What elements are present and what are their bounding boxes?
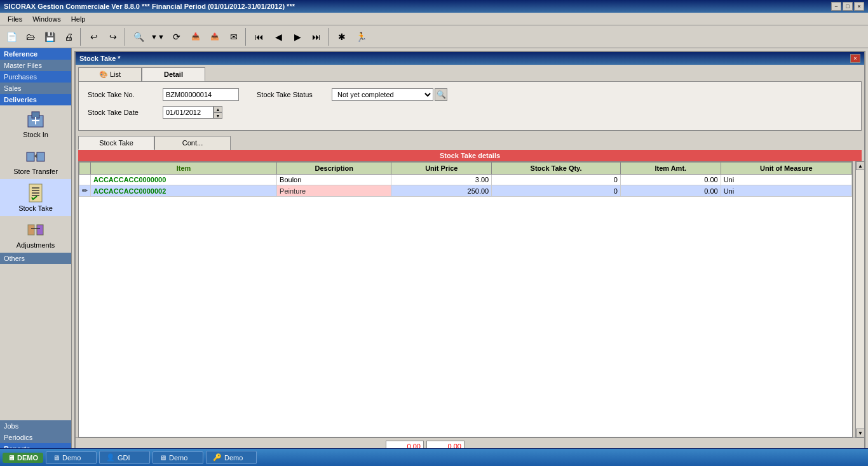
first-button[interactable]: ⏮: [250, 28, 268, 46]
detail-section: Stock Take details: [78, 150, 862, 161]
sidebar-section-deliveries[interactable]: Deliveries: [0, 94, 71, 105]
row2-item: ACCACCACC0000002: [91, 185, 277, 197]
stock-window-close-button[interactable]: ×: [850, 54, 860, 63]
toolbar: 📄 🗁 💾 🖨 ↩ ↪ 🔍 ▼▼ ⟳ 📥 📤 ✉ ⏮ ◀ ▶ ⏭ ✱ 🏃: [0, 25, 868, 48]
minimize-button[interactable]: −: [831, 2, 841, 11]
sidebar-label-stock-in: Stock In: [23, 131, 48, 138]
tab-list[interactable]: 🎨 List: [78, 67, 142, 81]
menu-help[interactable]: Help: [66, 14, 91, 24]
date-spin-down[interactable]: ▼: [214, 112, 222, 119]
export-button[interactable]: 📤: [206, 28, 224, 46]
stock-take-date-input[interactable]: [163, 106, 214, 119]
sub-tab-stock-take[interactable]: Stock Take: [78, 136, 154, 150]
email-button[interactable]: ✉: [225, 28, 243, 46]
stock-take-no-input[interactable]: [163, 88, 239, 101]
prev-button[interactable]: ◀: [269, 28, 287, 46]
col-edit: [79, 163, 91, 175]
date-spin-up[interactable]: ▲: [214, 106, 222, 112]
row2-unit: Uni: [721, 185, 851, 197]
undo-button[interactable]: ↩: [85, 28, 103, 46]
stock-in-icon: [25, 109, 46, 130]
status-select-wrapper: Not yet completed Completed 🔍: [332, 88, 447, 101]
row2-unit-price: 250.00: [391, 185, 492, 197]
row2-description: Peinture: [277, 185, 391, 197]
close-button[interactable]: ×: [854, 2, 864, 11]
next-button[interactable]: ▶: [288, 28, 306, 46]
scroll-track[interactable]: [856, 170, 864, 429]
stock-take-status-select[interactable]: Not yet completed Completed: [332, 88, 433, 101]
redo-button[interactable]: ↪: [104, 28, 122, 46]
table-row[interactable]: ACCACCACC0000000 Boulon 3.00 0 0.00 Uni: [79, 175, 852, 185]
sidebar-section-master-files[interactable]: Master Files: [0, 60, 71, 71]
stock-take-window: Stock Take * × 🎨 List Detail Stock Take …: [74, 51, 865, 463]
title-bar: SICORAX Gestion Commerciale Ver 8.8.0 **…: [0, 0, 868, 13]
row2-edit-icon: ✏: [79, 185, 91, 197]
menu-windows[interactable]: Windows: [27, 14, 66, 24]
sidebar-jobs[interactable]: Jobs: [0, 420, 71, 432]
import-button[interactable]: 📥: [187, 28, 205, 46]
taskbar-item-3[interactable]: 🔑 Demo: [206, 451, 257, 464]
sidebar-item-store-transfer[interactable]: Store Transfer: [0, 142, 71, 179]
content-area: Stock Take * × 🎨 List Detail Stock Take …: [72, 48, 868, 466]
main-layout: Reference Master Files Purchases Sales D…: [0, 48, 868, 466]
col-item: Item: [91, 163, 277, 175]
taskbar-item-0[interactable]: 🖥 Demo: [46, 451, 97, 464]
stock-window-title-bar: Stock Take * ×: [76, 52, 864, 65]
col-item-amt: Item Amt.: [620, 163, 721, 175]
row2-item-amt: 0.00: [620, 185, 721, 197]
maximize-button[interactable]: □: [843, 2, 853, 11]
row1-item-amt: 0.00: [620, 175, 721, 185]
save-button[interactable]: 💾: [41, 28, 58, 46]
menu-bar: Files Windows Help: [0, 13, 868, 25]
col-unit-price: Unit Price: [391, 163, 492, 175]
taskbar-icon-1: 👤: [106, 453, 115, 462]
menu-files[interactable]: Files: [3, 14, 27, 24]
col-unit-of-measure: Unit of Measure: [721, 163, 851, 175]
search-button[interactable]: 🔍: [130, 28, 147, 46]
stock-take-status-label: Stock Take Status: [257, 91, 327, 98]
sidebar-label-store-transfer: Store Transfer: [13, 168, 58, 175]
col-stock-take-qty: Stock Take Qty.: [492, 163, 621, 175]
filter-button[interactable]: ▼▼: [149, 28, 166, 46]
row1-unit-price: 3.00: [391, 175, 492, 185]
taskbar-item-2[interactable]: 🖥 Demo: [153, 451, 203, 464]
last-button[interactable]: ⏭: [308, 28, 325, 46]
sidebar-section-others[interactable]: Others: [0, 253, 71, 264]
main-grid-inner: Item Description Unit Price Stock Take Q…: [76, 161, 864, 437]
svg-rect-12: [37, 225, 43, 235]
sidebar-item-adjustments[interactable]: Adjustments: [0, 216, 71, 253]
main-tabs-bar: 🎨 List Detail: [76, 65, 864, 81]
tab-detail[interactable]: Detail: [142, 67, 205, 81]
sidebar-item-stock-in[interactable]: Stock In: [0, 105, 71, 142]
sidebar-section-sales[interactable]: Sales: [0, 83, 71, 94]
row1-unit: Uni: [721, 175, 851, 185]
adjustments-icon: [25, 220, 46, 240]
vertical-scrollbar[interactable]: ▲ ▼: [855, 161, 864, 437]
sidebar-section-purchases[interactable]: Purchases: [0, 71, 71, 83]
sub-tab-cont[interactable]: Cont...: [154, 136, 231, 150]
open-button[interactable]: 🗁: [22, 28, 39, 46]
app-title: SICORAX Gestion Commerciale Ver 8.8.0 **…: [4, 3, 295, 10]
scroll-down-button[interactable]: ▼: [856, 429, 864, 437]
sidebar-label-adjustments: Adjustments: [17, 241, 55, 249]
table-row[interactable]: ✏ ACCACCACC0000002 Peinture 250.00 0 0.0…: [79, 185, 852, 197]
sidebar-item-stock-take[interactable]: Stock Take: [0, 179, 71, 216]
svg-rect-5: [37, 152, 44, 161]
start-button[interactable]: 🖥 DEMO: [3, 453, 43, 463]
sidebar-section-reference[interactable]: Reference: [0, 48, 71, 60]
sidebar-periodics[interactable]: Periodics: [0, 432, 71, 443]
run-button[interactable]: 🏃: [352, 28, 370, 46]
grid-container[interactable]: Item Description Unit Price Stock Take Q…: [78, 161, 853, 437]
stock-take-date-label: Stock Take Date: [88, 109, 158, 116]
scroll-up-button[interactable]: ▲: [856, 161, 864, 170]
tools-button[interactable]: ✱: [333, 28, 351, 46]
new-button[interactable]: 📄: [3, 28, 20, 46]
status-search-button[interactable]: 🔍: [435, 88, 447, 101]
taskbar-item-1[interactable]: 👤 GDI: [99, 451, 150, 464]
date-input-wrapper: ▲ ▼: [163, 106, 222, 119]
start-icon: 🖥: [8, 454, 15, 462]
row1-edit-icon: [79, 175, 91, 185]
taskbar-icon-0: 🖥: [53, 454, 60, 462]
print-button[interactable]: 🖨: [60, 28, 78, 46]
refresh-button[interactable]: ⟳: [168, 28, 186, 46]
